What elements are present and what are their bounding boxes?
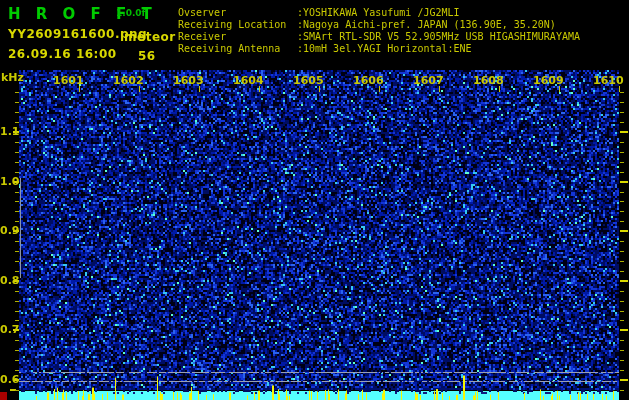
time-label: 1604: [233, 74, 259, 87]
info-label: Ovserver: [178, 7, 297, 19]
info-value: :YOSHIKAWA Yasufumi /JG2MLI: [297, 7, 460, 19]
freq-label: 1.1: [0, 125, 12, 138]
time-label: 1605: [293, 74, 319, 87]
freq-label: 0.6: [0, 373, 12, 386]
time-label: 1603: [173, 74, 199, 87]
info-row: Ovserver:YOSHIKAWA Yasufumi /JG2MLI: [178, 7, 580, 19]
mode-label: meteor: [124, 30, 176, 44]
echo-count-label: 56: [138, 49, 156, 63]
info-label: Receiving Location: [178, 19, 297, 31]
freq-label: 0.8: [0, 274, 12, 287]
time-label: 1607: [413, 74, 439, 87]
freq-label: 1.0: [0, 175, 12, 188]
time-label: 1608: [473, 74, 499, 87]
info-row: Receiving Location:Nagoya Aichi-pref. JA…: [178, 19, 580, 31]
info-value: :Nagoya Aichi-pref. JAPAN (136.90E, 35.2…: [297, 19, 556, 31]
info-label: Receiving Antenna: [178, 43, 297, 55]
time-label: 1609: [533, 74, 559, 87]
freq-label: 0.7: [0, 323, 12, 336]
info-value: :10mH 3el.YAGI Horizontal:ENE: [297, 43, 472, 55]
hrofft-window: H R O F F T 1.0.0f YY2609161600.png mete…: [0, 0, 629, 400]
datetime-label: 26.09.16 16:00: [8, 47, 117, 61]
app-version-label: 1.0.0f: [116, 8, 146, 18]
info-value: :SMArt RTL-SDR V5 52.905MHz USB HIGASHIM…: [297, 31, 580, 43]
info-row: Receiving Antenna:10mH 3el.YAGI Horizont…: [178, 43, 580, 55]
info-row: Receiver:SMArt RTL-SDR V5 52.905MHz USB …: [178, 31, 580, 43]
time-label: 1606: [353, 74, 379, 87]
time-label: 1602: [113, 74, 139, 87]
time-label: 1601: [53, 74, 79, 87]
receiver-info: Ovserver:YOSHIKAWA Yasufumi /JG2MLIRecei…: [178, 7, 580, 55]
khz-unit-label: kHz: [1, 71, 24, 84]
info-label: Receiver: [178, 31, 297, 43]
freq-label: 0.9: [0, 224, 12, 237]
time-label: 1610: [593, 74, 619, 87]
